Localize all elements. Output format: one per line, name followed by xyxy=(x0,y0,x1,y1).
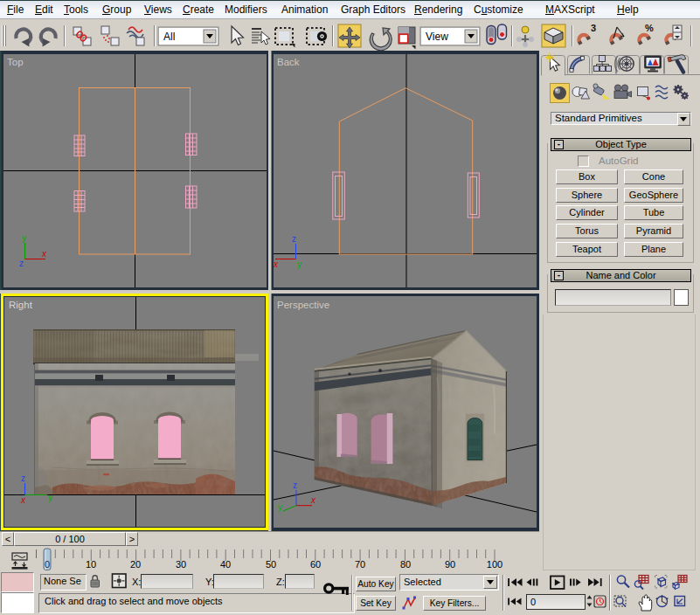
svg-text:90: 90 xyxy=(445,559,455,570)
svg-text:z: z xyxy=(293,480,297,490)
svg-text:x: x xyxy=(273,259,279,269)
svg-text:Perspective: Perspective xyxy=(277,300,329,310)
svg-text:All: All xyxy=(163,31,175,43)
svg-text:0: 0 xyxy=(45,559,50,570)
svg-text:y: y xyxy=(297,259,301,269)
svg-text:80: 80 xyxy=(400,559,411,570)
svg-text:z: z xyxy=(19,259,24,268)
svg-text:z: z xyxy=(21,473,25,483)
svg-text:y: y xyxy=(48,493,52,502)
svg-text:Right: Right xyxy=(9,300,33,310)
svg-text:40: 40 xyxy=(220,559,231,570)
svg-text:100: 100 xyxy=(487,559,502,570)
svg-text:y: y xyxy=(278,502,282,512)
svg-text:y: y xyxy=(22,233,26,243)
svg-text:z: z xyxy=(292,234,296,244)
svg-text:3: 3 xyxy=(591,23,596,33)
svg-text:x: x xyxy=(20,495,26,505)
svg-text:x: x xyxy=(310,495,316,505)
svg-text:%: % xyxy=(645,23,654,33)
svg-text:20: 20 xyxy=(130,559,141,570)
svg-text:50: 50 xyxy=(266,559,276,570)
svg-text:30: 30 xyxy=(176,559,186,570)
svg-text:Back: Back xyxy=(277,57,300,67)
svg-text:10: 10 xyxy=(86,559,96,570)
svg-text:60: 60 xyxy=(310,559,321,570)
svg-text:Top: Top xyxy=(7,57,24,67)
svg-text:View: View xyxy=(426,31,448,43)
svg-text:x: x xyxy=(41,249,47,259)
svg-text:70: 70 xyxy=(355,559,365,570)
